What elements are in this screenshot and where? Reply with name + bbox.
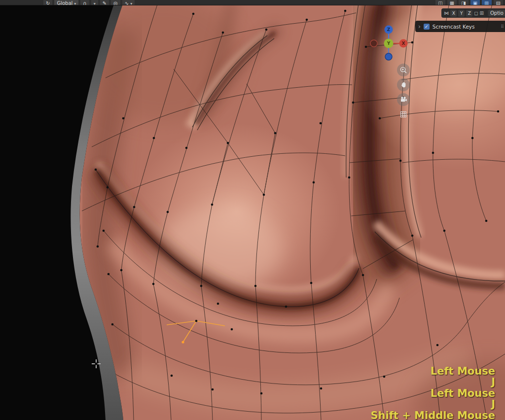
- top-toolbar: ↻ Global ▾ ∩ ▾ ✎ ◎ ∿ ▾ ◫ ▦ ◨ ▣ ▥ ▤: [0, 0, 505, 5]
- shading-sphere-icon: ▤: [496, 0, 501, 5]
- mesh-render: [0, 0, 505, 420]
- shading-material-icon: ▥: [484, 0, 489, 5]
- pencil-icon: ✎: [103, 0, 107, 5]
- zoom-button[interactable]: [397, 64, 410, 76]
- screencast-key-line: Left Mouse: [370, 388, 495, 399]
- gizmo-negz-ball: [385, 53, 392, 60]
- screencast-keys-checkbox[interactable]: ✓: [424, 24, 430, 30]
- shading-solid-button[interactable]: ▣: [470, 0, 480, 5]
- shading-material-button[interactable]: ▥: [482, 0, 491, 5]
- xray-toggle[interactable]: ◨: [459, 0, 468, 5]
- gizmo-y-label: Y: [387, 41, 391, 46]
- screencast-key-line: Shift + Middle Mouse: [370, 410, 495, 420]
- proportional-edit-toggle[interactable]: ◎: [111, 0, 120, 5]
- blender-window: { "topbar": { "orientation_label": "Glob…: [0, 0, 505, 420]
- snap-uv-icon[interactable]: ⊞: [480, 11, 484, 16]
- chevron-down-icon: ▾: [130, 1, 132, 5]
- overlays-icon: ▦: [450, 0, 454, 5]
- show-overlays-toggle[interactable]: ▦: [447, 0, 457, 5]
- show-gizmo-toggle[interactable]: ◫: [435, 0, 445, 5]
- magnet-icon: ∩: [83, 0, 86, 5]
- transform-orientation-icon-button[interactable]: ↻: [43, 0, 52, 5]
- options-label: Optio: [490, 10, 504, 16]
- grid-ortho-button[interactable]: [397, 108, 410, 121]
- gizmo-x-label: X: [402, 41, 405, 46]
- screencast-key-line: J: [370, 377, 495, 388]
- screencast-key-line: Left Mouse: [370, 366, 495, 377]
- camera-view-button[interactable]: [397, 93, 410, 106]
- screencast-key-line: J: [370, 399, 495, 410]
- transform-orientation-dropdown[interactable]: Global ▾: [54, 0, 78, 5]
- divider: [486, 10, 486, 16]
- 3d-viewport[interactable]: [0, 0, 505, 420]
- screencast-key-text: Left Mouse J Left Mouse J Shift + Middle…: [370, 366, 495, 420]
- chevron-down-icon: ▾: [94, 1, 96, 5]
- mirror-icon: ⋈: [444, 11, 449, 16]
- hand-icon: [399, 81, 407, 89]
- annotate-tool-button[interactable]: ✎: [100, 0, 109, 5]
- pan-button[interactable]: [397, 78, 410, 91]
- mirror-y-label: Y: [460, 11, 463, 16]
- snapping-toggle[interactable]: ∩: [80, 0, 89, 5]
- mirror-x-button[interactable]: X: [450, 10, 457, 17]
- shading-dropdown[interactable]: ▤: [494, 0, 503, 5]
- gizmo-z-label: Z: [387, 27, 391, 32]
- mirror-z-button[interactable]: Z: [466, 10, 472, 17]
- falloff-curve-icon: ∿: [125, 0, 129, 5]
- chevron-down-icon: ▾: [74, 1, 76, 5]
- selected-vertex: [181, 341, 184, 343]
- mirror-x-label: X: [452, 11, 455, 16]
- panel-expand-icon[interactable]: ›: [418, 23, 421, 30]
- drag-grip-icon[interactable]: ⠿: [501, 24, 504, 29]
- grid-icon: [399, 110, 407, 118]
- paint-cursor-crosshair: [91, 359, 101, 371]
- gizmo-icon: ◫: [438, 0, 442, 5]
- zoom-icon: [399, 66, 407, 74]
- correct-face-icon[interactable]: ◻: [474, 11, 478, 16]
- navigation-gizmo[interactable]: Z X Y: [368, 23, 410, 64]
- viewport-nav-tools: [397, 64, 410, 121]
- orientation-icon: ↻: [46, 0, 50, 5]
- mirror-y-button[interactable]: Y: [458, 10, 465, 17]
- gizmo-negx-ball: [370, 40, 377, 47]
- viewport-header: ⋈ X Y Z ◻ ⊞ Optio: [441, 8, 505, 18]
- check-icon: ✓: [425, 24, 429, 29]
- camera-icon: [399, 96, 407, 104]
- screencast-keys-panel: › ✓ Screencast Keys ⠿: [415, 21, 505, 32]
- orientation-label: Global: [57, 0, 72, 5]
- screencast-keys-label: Screencast Keys: [433, 24, 498, 30]
- proportional-falloff-dropdown[interactable]: ∿ ▾: [122, 0, 135, 5]
- shading-solid-icon: ▣: [473, 0, 477, 5]
- proportional-circle-icon: ◎: [113, 0, 118, 5]
- snapping-dropdown[interactable]: ▾: [91, 0, 98, 5]
- xray-icon: ◨: [461, 0, 466, 5]
- options-dropdown[interactable]: Optio: [488, 10, 505, 16]
- mirror-z-label: Z: [468, 11, 471, 16]
